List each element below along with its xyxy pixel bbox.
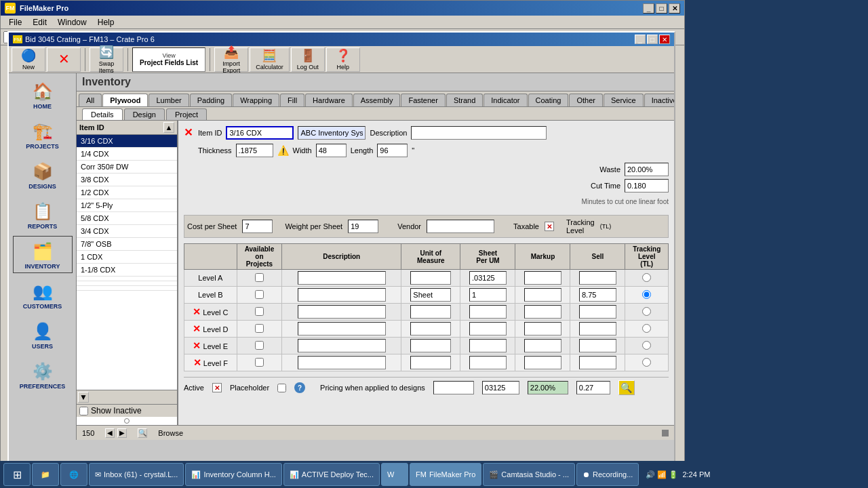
list-item[interactable] [77, 277, 177, 281]
list-item[interactable]: 1/4 CDX [77, 148, 177, 161]
start-button[interactable]: ⊞ [3, 463, 31, 486]
logout-button[interactable]: 🚪 Log Out [291, 47, 325, 72]
maximize-button[interactable]: □ [656, 3, 667, 14]
markup-input[interactable] [524, 271, 561, 285]
search-magnify-button[interactable]: 🔍 [618, 380, 635, 395]
tab-lumber[interactable]: Lumber [149, 94, 189, 106]
sheet-input[interactable] [469, 271, 507, 285]
markup-input[interactable] [524, 356, 561, 369]
sell-input[interactable] [579, 288, 616, 302]
tab-coating[interactable]: Coating [528, 94, 569, 106]
tab-details[interactable]: Details [82, 108, 123, 120]
description-input[interactable] [411, 126, 547, 140]
weight-input[interactable] [348, 220, 378, 233]
taskbar-filemaker[interactable]: FM FileMaker Pro [410, 463, 481, 486]
pricing-val3[interactable] [528, 381, 568, 394]
tab-design[interactable]: Design [124, 108, 165, 120]
fm-maximize-btn[interactable]: □ [647, 35, 658, 44]
tab-fill[interactable]: Fill [280, 94, 304, 106]
sheet-input[interactable] [469, 356, 507, 369]
list-item[interactable]: 1/2" 5-Ply [77, 199, 177, 212]
pricing-val1[interactable] [433, 381, 474, 394]
unit-input[interactable] [410, 305, 451, 319]
list-item[interactable]: 3/4 CDX [77, 225, 177, 238]
taskbar-ie[interactable]: 🌐 [60, 463, 87, 486]
list-item[interactable]: 1/2 CDX [77, 186, 177, 199]
taskbar-active-deploy[interactable]: 📊 ACTIVE Deploy Tec... [283, 463, 380, 486]
system-id-input[interactable] [298, 126, 366, 140]
sidebar-item-designs[interactable]: 📦 DESIGNS [13, 156, 73, 193]
taskbar-file-manager[interactable]: 📁 [32, 463, 59, 486]
list-item[interactable]: 1 CDX [77, 251, 177, 264]
search-btn[interactable]: 🔍 [138, 428, 147, 438]
markup-input[interactable] [524, 305, 561, 319]
tracking-radio[interactable] [642, 290, 651, 299]
tab-inactive[interactable]: Inactive [644, 94, 674, 106]
sheet-input[interactable] [469, 322, 507, 336]
available-checkbox[interactable] [255, 290, 264, 299]
menu-edit[interactable]: Edit [27, 16, 52, 28]
sidebar-item-reports[interactable]: 📋 REPORTS [13, 196, 73, 233]
prev-record-btn[interactable]: ◀ [105, 428, 115, 438]
menu-file[interactable]: File [3, 16, 27, 28]
sidebar-item-home[interactable]: 🏠 HOME [13, 76, 73, 113]
desc-input[interactable] [298, 339, 386, 352]
list-item[interactable]: 7/8" OSB [77, 238, 177, 251]
markup-input[interactable] [524, 339, 561, 352]
list-item[interactable]: 3/8 CDX [77, 174, 177, 186]
pricing-val4[interactable] [576, 381, 610, 394]
taskbar-recording[interactable]: ⏺ Recording... [576, 463, 639, 486]
record-delete-icon[interactable]: ✕ [184, 126, 193, 139]
calculator-button[interactable]: 🧮 Calculator [250, 47, 290, 72]
thickness-input[interactable] [236, 144, 273, 157]
tab-all[interactable]: All [79, 94, 102, 106]
sell-input[interactable] [579, 271, 616, 285]
tab-strand[interactable]: Strand [446, 94, 483, 106]
unit-input[interactable] [410, 322, 451, 336]
unit-input[interactable] [410, 271, 451, 285]
sheet-input[interactable] [469, 339, 507, 352]
available-checkbox[interactable] [255, 341, 264, 350]
level-delete-icon[interactable]: ✕ [193, 306, 201, 317]
tab-wrapping[interactable]: Wrapping [233, 94, 279, 106]
scroll-handle[interactable] [662, 430, 669, 436]
taskbar-word[interactable]: W [381, 463, 408, 486]
level-delete-icon[interactable]: ✕ [193, 357, 201, 368]
list-item[interactable] [77, 281, 177, 286]
scroll-up-btn[interactable]: ▲ [163, 122, 174, 133]
tracking-radio[interactable] [642, 324, 651, 333]
desc-input[interactable] [298, 322, 386, 336]
next-record-btn[interactable]: ▶ [117, 428, 127, 438]
tab-hardware[interactable]: Hardware [305, 94, 353, 106]
taxable-checkbox[interactable]: ✕ [545, 222, 554, 231]
desc-input[interactable] [298, 356, 386, 369]
tab-other[interactable]: Other [569, 94, 603, 106]
length-input[interactable] [377, 144, 408, 157]
sidebar-item-inventory[interactable]: 🗂️ INVENTORY [13, 236, 73, 273]
desc-input[interactable] [298, 271, 386, 285]
available-checkbox[interactable] [255, 273, 264, 282]
cost-input[interactable] [242, 220, 273, 233]
sell-input[interactable] [579, 356, 616, 369]
show-inactive-checkbox[interactable] [79, 407, 88, 415]
scroll-down-btn[interactable]: ▼ [78, 392, 89, 403]
markup-input[interactable] [524, 288, 561, 302]
tab-indicator[interactable]: Indicator [484, 94, 527, 106]
unit-input[interactable] [410, 356, 451, 369]
help-button[interactable]: ❓ Help [326, 47, 360, 72]
taskbar-inbox[interactable]: ✉ Inbox (61) - crystal.L... [89, 463, 184, 486]
vendor-input[interactable] [427, 220, 494, 233]
tracking-radio[interactable] [642, 307, 651, 316]
markup-input[interactable] [524, 322, 561, 336]
minimize-button[interactable]: _ [643, 3, 654, 14]
level-delete-icon[interactable]: ✕ [193, 340, 201, 351]
sell-input[interactable] [579, 322, 616, 336]
list-item[interactable]: 3/16 CDX [77, 135, 177, 148]
fm-close-btn[interactable]: ✕ [659, 35, 670, 44]
tracking-radio[interactable] [642, 358, 651, 367]
pricing-val2[interactable] [482, 381, 519, 394]
taskbar-camtasia[interactable]: 🎬 Camtasia Studio - ... [483, 463, 575, 486]
available-checkbox[interactable] [255, 324, 264, 333]
waste-input[interactable] [625, 163, 669, 176]
available-checkbox[interactable] [255, 307, 264, 316]
